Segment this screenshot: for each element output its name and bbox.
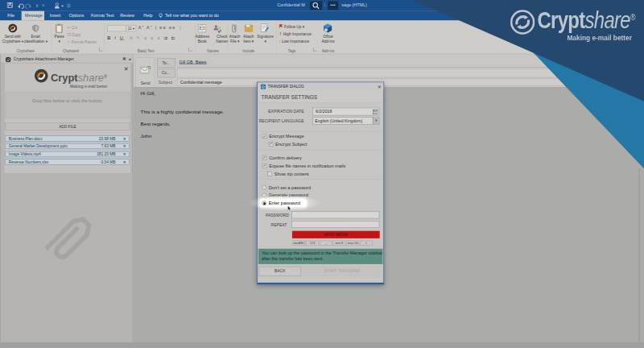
svg-text:11: 11 — [374, 111, 377, 114]
